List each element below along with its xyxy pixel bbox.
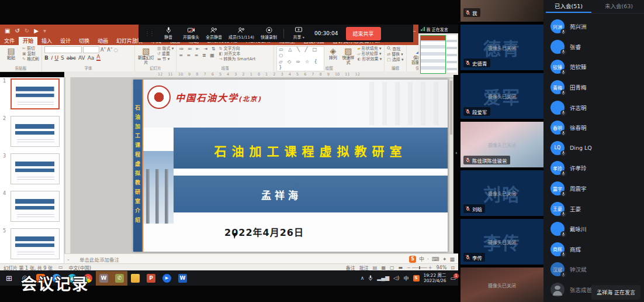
align-text-button[interactable]: ◧对齐文本 xyxy=(219,52,256,56)
ribbon-tab[interactable]: 文件 xyxy=(0,37,19,45)
slide[interactable]: 石油加工课程虚拟教研室介绍 中国石油大学(北京) 石油加工课程虚拟教研室 孟祥海… xyxy=(133,80,448,252)
notes-toggle[interactable]: 备注 xyxy=(346,265,355,271)
qat-customize-icon[interactable]: ▾ xyxy=(43,28,46,34)
canvas-scrollbar[interactable] xyxy=(449,78,453,252)
camera-button[interactable]: 开摄像头 xyxy=(183,27,199,40)
taskbar-icon[interactable]: W xyxy=(178,274,187,283)
change-case-button[interactable]: Aa xyxy=(88,55,95,61)
italic-button[interactable]: I xyxy=(51,55,53,61)
participant-row[interactable]: 青梅 田青梅 xyxy=(543,77,644,98)
quick-styles-button[interactable]: ▨ 快速样式 xyxy=(341,46,355,65)
chevron-up-icon[interactable]: ∧ xyxy=(361,275,365,281)
action-center-icon[interactable]: ▭1 xyxy=(451,275,456,282)
replace-button[interactable]: ⇄替换 ▾ xyxy=(387,52,403,57)
tray-mic-icon[interactable] xyxy=(368,275,373,281)
find-button[interactable]: 查找 xyxy=(387,46,403,52)
strikethrough-button[interactable]: abc xyxy=(67,55,76,61)
tray-clock[interactable]: 19:22 周二 2022/4/26 xyxy=(424,273,446,283)
zoom-slider[interactable]: −+ xyxy=(407,265,432,270)
ribbon-tab[interactable]: 开始 xyxy=(19,37,37,45)
undo-icon[interactable]: ↺ xyxy=(15,28,19,34)
notes-splitter-icon[interactable]: ⌄ xyxy=(67,257,70,262)
tray-ime-indicator[interactable]: 中 xyxy=(404,274,409,282)
participant-row[interactable]: 戴咏川 xyxy=(543,219,644,239)
ime-toolbar[interactable]: S 中 · ⌨ ✦ ▦ xyxy=(409,255,455,263)
members-button[interactable]: 成员(51/114) xyxy=(228,27,254,40)
ime-emoji-icon[interactable]: ✦ xyxy=(442,256,447,262)
layout-button[interactable]: ▥版式 ▾ xyxy=(157,46,174,51)
meeting-mini-window[interactable]: 我 正在发言 xyxy=(418,25,458,75)
mute-button[interactable]: 静音 xyxy=(160,27,176,40)
underline-button[interactable]: U xyxy=(54,55,58,61)
ime-toolbox-icon[interactable]: ▦ xyxy=(449,256,455,262)
clear-format-icon[interactable]: ◌ xyxy=(114,47,118,53)
bold-button[interactable]: B xyxy=(44,55,49,61)
taskbar-icon[interactable]: ⊞ xyxy=(5,274,13,283)
video-tile[interactable]: 刘晗 摄像头已关闭 刘晗 xyxy=(461,170,543,216)
language-indicator[interactable]: 中文(中国) xyxy=(69,265,91,271)
char-spacing-button[interactable]: AV xyxy=(78,55,85,61)
notes-bar[interactable]: ⌄ 单击此处添加备注 S 中 · ⌨ ✦ ▦ xyxy=(64,253,458,264)
participant-row[interactable]: 孝玲 许孝玲 xyxy=(543,158,644,179)
section-button[interactable]: ▬节 ▾ xyxy=(157,57,174,61)
mute-all-button[interactable]: 全员静音 xyxy=(206,27,222,40)
video-tile[interactable]: 摄像头已关闭 xyxy=(461,267,543,302)
participant-row[interactable]: 王豪 王豪 xyxy=(543,198,644,219)
network-icon[interactable]: ▂▄▆ xyxy=(377,275,389,281)
slideshow-view-icon[interactable]: ▬ xyxy=(399,265,403,270)
slide-thumbnail[interactable]: 3 xyxy=(11,153,60,184)
volume-icon[interactable]: ◁) xyxy=(393,275,399,281)
participant-row[interactable]: 汉斌 钟汉斌 xyxy=(543,259,644,280)
increase-font-icon[interactable]: A˄ xyxy=(101,47,106,53)
video-tile[interactable]: 德青 摄像头已关闭 史德青 xyxy=(461,25,543,70)
format-painter-button[interactable]: ✎格式刷 xyxy=(22,57,39,61)
ribbon-tab[interactable]: 动画 xyxy=(94,37,112,45)
slide-thumbnail[interactable]: 4 xyxy=(11,191,60,222)
drag-handle-icon[interactable]: ⋮⋮ xyxy=(144,30,154,37)
shape-effects-button[interactable]: ◐形状效果 ▾ xyxy=(357,57,382,61)
cut-button[interactable]: ✂剪切 xyxy=(22,46,39,51)
taskbar-icon[interactable]: W xyxy=(99,274,108,283)
arrange-button[interactable]: ◈ 排列 xyxy=(327,46,339,60)
ime-punct-icon[interactable]: · xyxy=(427,256,429,262)
spellcheck-icon[interactable]: ▭ xyxy=(58,265,63,271)
redo-icon[interactable]: ↻ xyxy=(25,28,29,34)
participant-row[interactable]: 兴洲 苑兴洲 xyxy=(543,16,644,37)
participant-row[interactable]: 张睿 xyxy=(543,37,644,57)
tab-joined[interactable]: 已入会(51) xyxy=(543,0,594,13)
fit-to-window-icon[interactable]: ⊡ xyxy=(451,265,455,270)
taskbar-icon[interactable]: ✆ xyxy=(115,274,124,283)
slide-thumbnail[interactable]: 2 xyxy=(11,116,60,147)
comments-toggle[interactable]: 批注 xyxy=(359,265,369,271)
ribbon-tab[interactable]: 切换 xyxy=(75,37,94,45)
ime-mode-icon[interactable]: 中 xyxy=(419,255,424,263)
end-share-button[interactable]: 结束共享 xyxy=(346,27,381,40)
shadow-button[interactable]: S xyxy=(61,55,64,61)
tab-not-joined[interactable]: 未入会(63) xyxy=(594,0,644,13)
reset-button[interactable]: ↺重置 xyxy=(157,52,174,56)
taskbar-icon[interactable]: P xyxy=(147,274,155,283)
participant-row[interactable]: 钦臻 范钦臻 xyxy=(543,57,644,77)
new-slide-button[interactable]: ▧ 新建幻灯片 xyxy=(137,46,155,65)
video-tile[interactable]: 李传 摄像头已关闭 李传 xyxy=(461,219,543,265)
font-size-select[interactable] xyxy=(83,46,99,53)
ribbon-tab[interactable]: 插入 xyxy=(37,37,56,45)
font-name-select[interactable] xyxy=(44,46,82,53)
save-icon[interactable]: ▣ xyxy=(5,28,10,34)
decrease-font-icon[interactable]: A˅ xyxy=(107,47,112,53)
participant-row[interactable]: 春明 徐春明 xyxy=(543,118,644,138)
paste-button[interactable]: ▤ 粘贴 xyxy=(2,46,20,60)
taskbar-icon[interactable] xyxy=(131,274,140,283)
reading-view-icon[interactable]: ▢ xyxy=(390,265,394,270)
select-button[interactable]: ▢选择 ▾ xyxy=(387,57,403,62)
zoom-level[interactable]: 94% xyxy=(437,265,447,270)
smartart-button[interactable]: →转换为 SmartArt xyxy=(219,57,256,61)
panel-collapse-arrow[interactable]: ‹ xyxy=(455,150,644,156)
copy-button[interactable]: ▣复制 xyxy=(22,52,39,56)
font-color-button[interactable]: A xyxy=(96,54,100,61)
slide-thumbnail[interactable]: 1 xyxy=(11,78,60,109)
ribbon-tab[interactable]: 设计 xyxy=(56,37,75,45)
slide-sorter-icon[interactable]: ▦ xyxy=(381,265,386,270)
normal-view-icon[interactable]: ▤ xyxy=(373,265,378,270)
share-button[interactable]: 共享 ▾ xyxy=(290,27,307,40)
